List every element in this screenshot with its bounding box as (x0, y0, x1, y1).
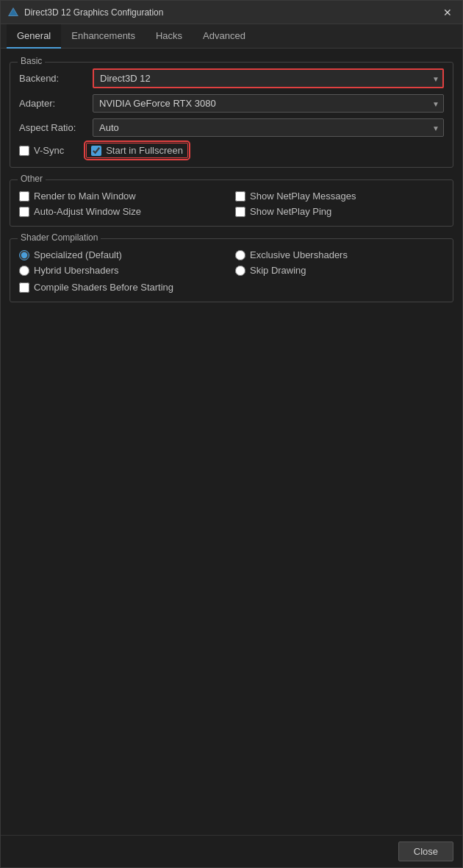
backend-select-wrapper: Direct3D 12 Vulkan OpenGL ▼ (93, 68, 444, 88)
vsync-checkbox-label[interactable]: V-Sync (19, 145, 64, 156)
aspect-ratio-row: Aspect Ratio: Auto 4:3 16:9 16:10 Stretc… (19, 118, 444, 137)
show-netplay-ping-label[interactable]: Show NetPlay Ping (235, 206, 444, 217)
tab-advanced[interactable]: Advanced (193, 24, 256, 49)
show-netplay-ping-text: Show NetPlay Ping (250, 206, 331, 217)
tab-general[interactable]: General (7, 24, 61, 49)
exclusive-ubershaders-label[interactable]: Exclusive Ubershaders (235, 249, 444, 260)
skip-drawing-label[interactable]: Skip Drawing (235, 265, 444, 276)
backend-row: Backend: Direct3D 12 Vulkan OpenGL ▼ (19, 68, 444, 88)
specialized-default-text: Specialized (Default) (34, 249, 122, 260)
adapter-select-wrapper: NVIDIA GeForce RTX 3080 ▼ (93, 94, 444, 113)
show-netplay-messages-label[interactable]: Show NetPlay Messages (235, 191, 444, 202)
close-window-button[interactable]: ✕ (439, 4, 456, 21)
compile-before-starting-text: Compile Shaders Before Starting (34, 282, 173, 293)
show-netplay-messages-text: Show NetPlay Messages (250, 191, 356, 202)
auto-adjust-window-text: Auto-Adjust Window Size (34, 206, 141, 217)
footer: Close (1, 835, 462, 867)
app-icon (7, 6, 20, 19)
adapter-row: Adapter: NVIDIA GeForce RTX 3080 ▼ (19, 94, 444, 113)
hybrid-ubershaders-radio[interactable] (19, 266, 29, 276)
exclusive-ubershaders-text: Exclusive Ubershaders (250, 249, 348, 260)
exclusive-ubershaders-radio[interactable] (235, 250, 245, 260)
render-main-window-text: Render to Main Window (34, 191, 136, 202)
content-area: Basic Backend: Direct3D 12 Vulkan OpenGL… (1, 49, 462, 835)
backend-label: Backend: (19, 73, 93, 84)
vsync-fullscreen-row: V-Sync Start in Fullscreen (19, 143, 444, 158)
fullscreen-checkbox[interactable] (91, 146, 101, 156)
render-main-window-label[interactable]: Render to Main Window (19, 191, 228, 202)
render-main-window-checkbox[interactable] (19, 191, 29, 202)
auto-adjust-window-checkbox[interactable] (19, 207, 29, 217)
skip-drawing-radio[interactable] (235, 266, 245, 276)
hybrid-ubershaders-text: Hybrid Ubershaders (34, 265, 119, 276)
backend-select[interactable]: Direct3D 12 Vulkan OpenGL (93, 68, 444, 88)
compile-before-starting-label[interactable]: Compile Shaders Before Starting (19, 282, 444, 293)
aspect-ratio-select-wrapper: Auto 4:3 16:9 16:10 Stretch ▼ (93, 118, 444, 137)
content-spacer (10, 310, 453, 826)
shader-options-grid: Specialized (Default) Exclusive Ubershad… (19, 249, 444, 276)
other-options-grid: Render to Main Window Show NetPlay Messa… (19, 191, 444, 217)
aspect-ratio-select[interactable]: Auto 4:3 16:9 16:10 Stretch (93, 118, 444, 137)
auto-adjust-window-label[interactable]: Auto-Adjust Window Size (19, 206, 228, 217)
other-group-label: Other (18, 174, 46, 184)
vsync-checkbox[interactable] (19, 146, 29, 156)
adapter-label: Adapter: (19, 98, 93, 109)
adapter-select[interactable]: NVIDIA GeForce RTX 3080 (93, 94, 444, 113)
title-bar: Direct3D 12 Graphics Configuration ✕ (1, 1, 462, 24)
specialized-default-label[interactable]: Specialized (Default) (19, 249, 228, 260)
other-group: Other Render to Main Window Show NetPlay… (10, 179, 453, 227)
vsync-label: V-Sync (34, 145, 64, 156)
window-title: Direct3D 12 Graphics Configuration (24, 7, 439, 18)
hybrid-ubershaders-label[interactable]: Hybrid Ubershaders (19, 265, 228, 276)
tab-hacks[interactable]: Hacks (146, 24, 193, 49)
shader-group-label: Shader Compilation (18, 232, 101, 243)
show-netplay-ping-checkbox[interactable] (235, 207, 245, 217)
tab-bar: General Enhancements Hacks Advanced (1, 24, 462, 49)
skip-drawing-text: Skip Drawing (250, 265, 306, 276)
compile-before-starting-checkbox[interactable] (19, 282, 29, 293)
fullscreen-label: Start in Fullscreen (106, 145, 183, 156)
specialized-default-radio[interactable] (19, 250, 29, 260)
compile-before-row: Compile Shaders Before Starting (19, 282, 444, 293)
close-button[interactable]: Close (398, 842, 453, 861)
basic-group: Basic Backend: Direct3D 12 Vulkan OpenGL… (10, 62, 453, 168)
tab-enhancements[interactable]: Enhancements (61, 24, 146, 49)
main-window: Direct3D 12 Graphics Configuration ✕ Gen… (0, 0, 463, 868)
aspect-ratio-label: Aspect Ratio: (19, 122, 93, 133)
show-netplay-messages-checkbox[interactable] (235, 191, 245, 202)
basic-group-label: Basic (18, 56, 45, 66)
fullscreen-checkbox-label[interactable]: Start in Fullscreen (86, 143, 188, 158)
shader-group: Shader Compilation Specialized (Default)… (10, 238, 453, 302)
